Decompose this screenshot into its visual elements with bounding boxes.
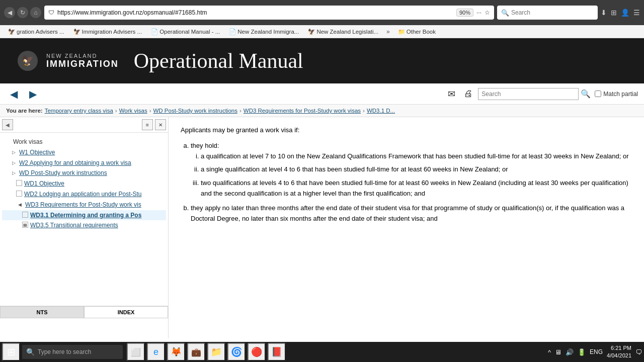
bookmark-item-4[interactable]: 📄 New Zealand Immigra... (225, 27, 303, 36)
prev-page-button[interactable]: ◀ (6, 86, 21, 102)
task-view-button[interactable]: ⬜ (127, 343, 145, 361)
tree-label-wd3: WD3 Requirements for Post-Study work vis (25, 201, 141, 209)
search-icon: 🔍 (501, 9, 509, 17)
bookmark-item-1[interactable]: 🦅 gration Advisers ... (4, 27, 68, 36)
tree-label-w1: W1 Objective (19, 148, 55, 157)
svg-text:🦅: 🦅 (21, 54, 34, 66)
sidebar-item-wd2[interactable]: WD2 Lodging an application under Post-St… (2, 189, 166, 200)
sidebar-item-w1[interactable]: ▷ W1 Objective (2, 147, 166, 158)
bookmark-item-5[interactable]: 🦅 New Zealand Legislati... (304, 27, 382, 36)
browser-search-bar[interactable]: 🔍 (497, 6, 598, 20)
firefox-button[interactable]: 🦊 (167, 343, 185, 361)
file-explorer-button[interactable]: 📁 (207, 343, 225, 361)
content-intro: Applicants may be granted a work visa if… (181, 125, 632, 136)
tray-show-hidden[interactable]: ^ (548, 348, 551, 356)
content-list-a: they hold: a qualification at level 7 to… (191, 141, 632, 224)
tray-battery-icon[interactable]: 🔋 (578, 348, 586, 356)
browser-chrome: ◀ ↻ ⌂ 🛡 https://www.immigration.govt.nz/… (0, 0, 644, 25)
taskbar-search-placeholder: Type here to search (38, 348, 91, 355)
edge-button[interactable]: 🌀 (227, 343, 246, 361)
search-button[interactable]: 🔍 (581, 89, 591, 99)
extensions-icon[interactable]: ⊞ (611, 9, 617, 17)
sidebar-item-wd1[interactable]: WD1 Objective (2, 178, 166, 189)
back-button[interactable]: ◀ (4, 7, 15, 18)
site-title: Operational Manual (134, 49, 303, 73)
breadcrumb-link-1[interactable]: Temporary entry class visa (45, 108, 113, 114)
content-area: Applicants may be granted a work visa if… (169, 117, 644, 338)
nz-immigration-logo: 🦅 (15, 48, 40, 73)
taskbar-date: 4/04/2021 (607, 352, 631, 359)
sidebar-item-work-visas[interactable]: Work visas (2, 137, 166, 147)
breadcrumb-link-2[interactable]: Work visas (119, 108, 147, 114)
zoom-level[interactable]: 90% (456, 9, 473, 17)
home-button[interactable]: ⌂ (30, 7, 41, 18)
site-toolbar: ◀ ▶ ✉ 🖨 🔍 Match partial (0, 83, 644, 105)
sidebar-item-wd3[interactable]: ◀ WD3 Requirements for Post-Study work v… (2, 200, 166, 210)
tab-contents[interactable]: NTS (0, 306, 84, 318)
bookmark-icon[interactable]: ☆ (485, 9, 490, 16)
taskbar-tray: ^ 🖥 🔊 🔋 ENG 6:21 PM 4/04/2021 🗨 (548, 344, 642, 360)
search-input[interactable] (478, 88, 579, 100)
sidebar-item-wd3-5[interactable]: ▤ WD3.5 Transitional requirements (2, 220, 166, 231)
logo-svg: 🦅 (17, 50, 39, 72)
tray-notification-icon[interactable]: 🗨 (635, 348, 642, 356)
sidebar-item-w2[interactable]: ▷ W2 Applying for and obtaining a work v… (2, 158, 166, 168)
bookmarks-bar: 🦅 gration Advisers ... 🦅 Immigration Adv… (0, 25, 644, 38)
tray-sound-icon[interactable]: 🔊 (566, 348, 574, 356)
sidebar-item-wd-post[interactable]: ▷ WD Post-Study work instructions (2, 168, 166, 178)
tree-label-wd-post: WD Post-Study work instructions (19, 169, 107, 177)
bookmark-label-4: New Zealand Immigra... (237, 29, 299, 35)
tree-label-wd3-1: WD3.1 Determining and granting a Pos (30, 211, 141, 220)
bookmark-item-other[interactable]: 📁 Other Book (394, 27, 440, 36)
more-options-icon[interactable]: ··· (476, 9, 481, 16)
bookmark-label-5: New Zealand Legislati... (316, 29, 378, 35)
next-page-button[interactable]: ▶ (25, 86, 40, 102)
breadcrumb-link-4[interactable]: WD3 Requirements for Post-Study work vis… (244, 108, 361, 114)
email-button[interactable]: ✉ (444, 86, 459, 102)
sidebar-close-button[interactable]: ✕ (155, 119, 166, 130)
browser-nav-buttons: ◀ ↻ ⌂ (4, 7, 41, 18)
profile-icon[interactable]: 👤 (621, 9, 629, 17)
pdf-button-2[interactable]: 📕 (268, 343, 286, 361)
logo-text: NEW ZEALAND IMMIGRATION (46, 53, 119, 69)
match-partial-container: Match partial (595, 90, 638, 98)
tab-index[interactable]: INDEX (84, 306, 168, 318)
bookmark-favicon-4: 📄 (229, 28, 236, 35)
content-item-a: they hold: a qualification at level 7 to… (191, 141, 632, 199)
logo-nz: NEW ZEALAND (46, 53, 119, 59)
print-button[interactable]: 🖨 (461, 86, 476, 102)
reload-button[interactable]: ↻ (17, 7, 28, 18)
tree-icon-wd1 (16, 180, 22, 186)
bookmarks-more-button[interactable]: » (383, 27, 393, 36)
menu-icon[interactable]: ☰ (633, 9, 640, 17)
sidebar-item-wd3-1[interactable]: WD3.1 Determining and granting a Pos (2, 210, 166, 221)
tree-icon-wd2 (16, 191, 22, 197)
breadcrumb-link-3[interactable]: WD Post-Study work instructions (153, 108, 237, 114)
content-item-a-label: they hold: (191, 142, 219, 149)
bookmark-item-2[interactable]: 🦅 Immigration Advisers ... (69, 27, 146, 36)
tree-label-wd2: WD2 Lodging an application under Post-St… (24, 190, 141, 199)
sidebar-expand-button[interactable]: ≡ (142, 119, 153, 130)
tree-icon-wd3-5: ▤ (22, 222, 28, 228)
taskbar-search[interactable]: 🔍 Type here to search (22, 345, 123, 359)
start-button[interactable]: ⊞ (2, 343, 20, 361)
match-partial-checkbox[interactable] (595, 90, 601, 97)
taskbar-clock[interactable]: 6:21 PM 4/04/2021 (607, 344, 631, 360)
bookmark-favicon-5: 🦅 (308, 28, 315, 35)
sidebar-collapse-button[interactable]: ◀ (2, 119, 13, 130)
ie-button[interactable]: e (147, 343, 165, 361)
bookmark-favicon-other: 📁 (398, 28, 405, 35)
address-bar[interactable]: 🛡 https://www.immigration.govt.nz/opsman… (44, 6, 494, 20)
shield-icon: 🛡 (48, 9, 54, 16)
breadcrumb-link-5[interactable]: WD3.1 D... (367, 108, 395, 114)
bookmark-item-3[interactable]: 📄 Operational Manual - ... (147, 27, 224, 36)
app-button-1[interactable]: 💼 (187, 343, 205, 361)
tray-lang: ENG (590, 348, 603, 355)
tray-monitor-icon[interactable]: 🖥 (555, 348, 561, 356)
browser-search-input[interactable] (511, 9, 594, 16)
url-display: https://www.immigration.govt.nz/opsmanua… (57, 9, 453, 16)
pdf-button-1[interactable]: 🔴 (248, 343, 266, 361)
download-icon[interactable]: ⬇ (601, 9, 607, 17)
tree-icon-w2: ▷ (10, 159, 17, 166)
bookmark-label-3: Operational Manual - ... (159, 29, 220, 35)
